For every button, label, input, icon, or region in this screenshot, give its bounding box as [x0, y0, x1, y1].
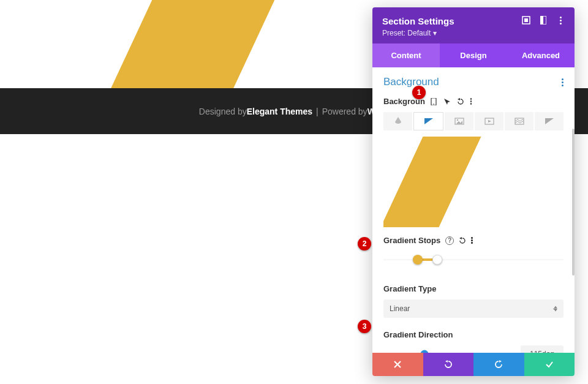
svg-rect-1: [524, 18, 528, 22]
tab-design[interactable]: Design: [440, 43, 507, 67]
stops-line: [383, 259, 564, 261]
background-section-title[interactable]: Background: [383, 76, 439, 88]
settings-panel: Section Settings Preset: Default ▾ Conte…: [372, 7, 575, 376]
svg-rect-3: [540, 16, 543, 24]
discard-button[interactable]: [372, 353, 423, 376]
gradient-direction-value[interactable]: 115deg: [521, 345, 564, 353]
svg-point-8: [456, 119, 458, 121]
annotation-2: 2: [358, 237, 371, 250]
gradient-stop-1[interactable]: [413, 255, 423, 265]
panel-title: Section Settings: [382, 16, 454, 26]
gradient-type-value: Linear: [390, 304, 410, 313]
footer-powered-prefix: Powered by: [322, 107, 368, 116]
gradient-direction-label: Gradient Direction: [383, 330, 564, 339]
save-button[interactable]: [524, 353, 575, 376]
scrollbar[interactable]: [572, 129, 575, 276]
gradient-preview: [383, 137, 564, 227]
more-icon[interactable]: [556, 16, 565, 24]
undo-button[interactable]: [423, 353, 474, 376]
footer-designed-prefix: Designed by: [199, 107, 247, 116]
reset-icon[interactable]: [457, 98, 464, 105]
stops-more-icon[interactable]: [471, 237, 473, 244]
panel-header: Section Settings Preset: Default ▾: [372, 7, 575, 43]
gradient-stops-label: Gradient Stops: [383, 236, 440, 245]
expand-icon[interactable]: [522, 16, 530, 24]
slider-thumb[interactable]: [421, 350, 429, 353]
select-arrows-icon: [554, 306, 557, 312]
bg-tab-color[interactable]: [383, 112, 412, 130]
bg-tab-gradient[interactable]: [413, 112, 443, 130]
field-more-icon[interactable]: [470, 98, 472, 105]
bg-tab-video[interactable]: [475, 112, 503, 130]
svg-point-5: [433, 104, 434, 105]
bg-tab-image[interactable]: [445, 112, 473, 130]
annotation-3: 3: [358, 320, 371, 333]
hover-icon[interactable]: [443, 98, 451, 105]
gradient-stop-2[interactable]: [432, 255, 442, 265]
tablet-icon[interactable]: [430, 98, 437, 105]
snap-icon[interactable]: [539, 16, 548, 24]
annotation-1: 1: [412, 86, 426, 99]
gradient-preview-shape: [383, 137, 481, 227]
tab-content[interactable]: Content: [372, 43, 440, 67]
panel-body: Background Backgroun Gradient Stops: [372, 67, 575, 353]
preset-dropdown[interactable]: Preset: Default ▾: [382, 29, 454, 37]
gradient-type-label: Gradient Type: [383, 284, 564, 293]
footer-separator: |: [316, 107, 318, 116]
background-type-tabs: [383, 112, 564, 130]
gradient-type-select[interactable]: Linear: [383, 299, 564, 318]
help-icon[interactable]: ?: [445, 236, 454, 245]
redo-button[interactable]: [473, 353, 524, 376]
panel-footer: [372, 353, 575, 376]
stops-reset-icon[interactable]: [459, 237, 466, 244]
tab-advanced[interactable]: Advanced: [507, 43, 575, 67]
section-more-icon[interactable]: [562, 78, 564, 86]
bg-tab-mask[interactable]: [535, 112, 564, 130]
footer-designed-link[interactable]: Elegant Themes: [247, 107, 312, 116]
bg-tab-pattern[interactable]: [505, 112, 533, 130]
panel-tabs: Content Design Advanced: [372, 43, 575, 67]
gradient-stops-track[interactable]: [383, 251, 564, 268]
